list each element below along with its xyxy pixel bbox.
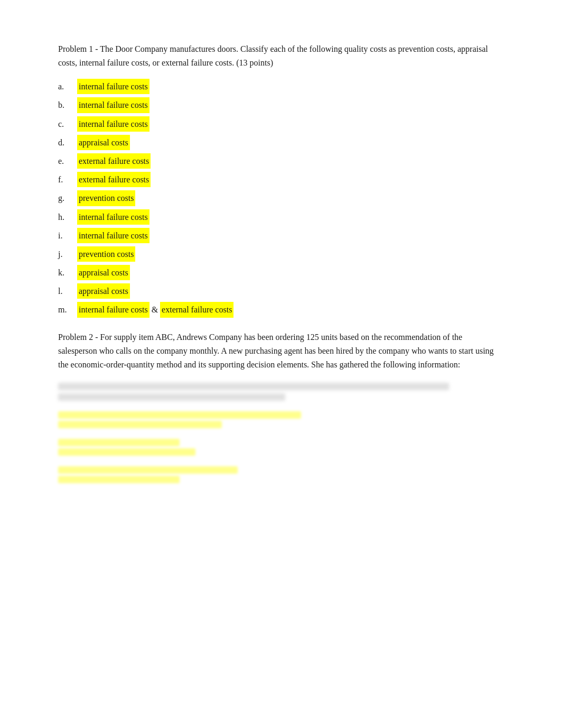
list-item: g. prevention costs: [58, 190, 503, 206]
answer-k: appraisal costs: [77, 265, 130, 280]
list-label-a: a.: [58, 79, 77, 94]
list-label-g: g.: [58, 191, 77, 205]
list-label-d: d.: [58, 135, 77, 150]
list-item: k. appraisal costs: [58, 265, 503, 280]
list-item: b. internal failure costs: [58, 97, 503, 113]
list-label-e: e.: [58, 154, 77, 168]
answer-f: external failure costs: [77, 172, 151, 187]
list-item: h. internal failure costs: [58, 209, 503, 225]
list-item-m: m. internal failure costs & external fai…: [58, 302, 503, 317]
answer-e: external failure costs: [77, 153, 151, 169]
list-label-f: f.: [58, 172, 77, 187]
list-item: l. appraisal costs: [58, 283, 503, 299]
blurred-block-1a: [58, 411, 301, 419]
blurred-block-1b: [58, 421, 222, 428]
list-label-m: m.: [58, 302, 77, 317]
list-label-l: l.: [58, 284, 77, 298]
list-item: c. internal failure costs: [58, 116, 503, 132]
list-item: a. internal failure costs: [58, 79, 503, 94]
blurred-block-2b: [58, 448, 195, 456]
list-item: f. external failure costs: [58, 172, 503, 187]
answer-c: internal failure costs: [77, 116, 149, 132]
list-label-i: i.: [58, 228, 77, 243]
answer-h: internal failure costs: [77, 209, 149, 225]
answer-list: a. internal failure costs b. internal fa…: [58, 79, 503, 317]
answer-j: prevention costs: [77, 246, 135, 262]
answer-m2: external failure costs: [160, 302, 233, 317]
blurred-block-3b: [58, 476, 180, 483]
blurred-yellow-group-3: [58, 466, 503, 483]
list-label-b: b.: [58, 98, 77, 112]
answer-i: internal failure costs: [77, 228, 149, 243]
problem2-text: Problem 2 - For supply item ABC, Andrews…: [58, 330, 503, 372]
blurred-line-1: [58, 383, 449, 390]
list-item: d. appraisal costs: [58, 135, 503, 150]
blurred-block-2a: [58, 439, 180, 446]
list-item: e. external failure costs: [58, 153, 503, 169]
blurred-yellow-group-1: [58, 411, 503, 428]
problem1-text: Problem 1 - The Door Company manufacture…: [58, 42, 503, 69]
answer-m1: internal failure costs: [77, 302, 149, 317]
list-label-j: j.: [58, 247, 77, 261]
answer-a: internal failure costs: [77, 79, 149, 94]
list-label-k: k.: [58, 265, 77, 280]
answer-b: internal failure costs: [77, 97, 149, 113]
blurred-content: [58, 383, 503, 483]
answer-l: appraisal costs: [77, 283, 130, 299]
answer-g: prevention costs: [77, 190, 135, 206]
blurred-block-3a: [58, 466, 238, 474]
list-item: i. internal failure costs: [58, 228, 503, 243]
list-item: j. prevention costs: [58, 246, 503, 262]
blurred-yellow-group-2: [58, 439, 503, 456]
blurred-line-2: [58, 393, 285, 401]
ampersand: &: [152, 302, 158, 317]
blurred-text-group: [58, 383, 503, 401]
list-label-h: h.: [58, 210, 77, 224]
answer-d: appraisal costs: [77, 135, 130, 150]
list-label-c: c.: [58, 117, 77, 131]
